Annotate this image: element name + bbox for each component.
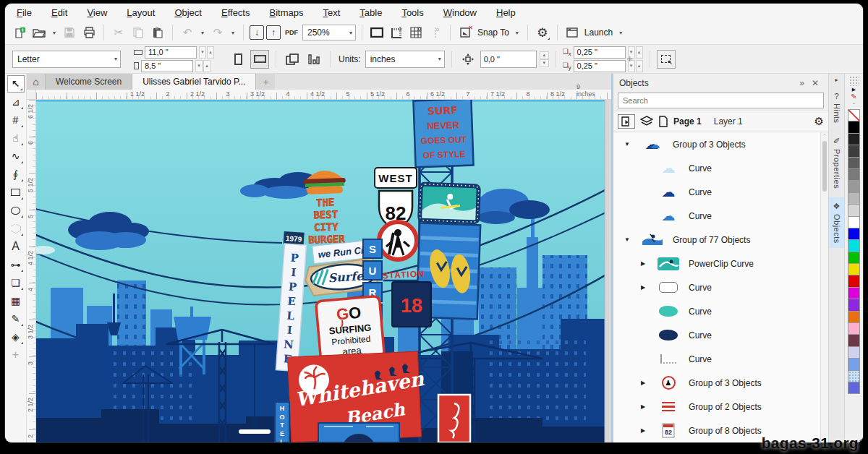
hotel-sign[interactable]: HOTEL xyxy=(275,402,289,442)
palette-swatch[interactable] xyxy=(848,204,860,216)
redo-flyout-caret[interactable]: ▾ xyxy=(229,24,237,41)
no-surfing-sign[interactable] xyxy=(379,222,417,260)
fullscreen-preview-icon[interactable] xyxy=(368,24,386,41)
palette-swatch[interactable] xyxy=(848,168,860,181)
surfer-photo-sign[interactable] xyxy=(417,182,481,225)
launch-label[interactable]: Launch xyxy=(584,27,613,38)
layers-icon[interactable] xyxy=(640,116,653,127)
palette-swatch[interactable] xyxy=(848,145,860,157)
redo-icon[interactable]: ↷ xyxy=(209,24,226,41)
object-row[interactable]: Curve xyxy=(613,299,820,323)
scroll-up-icon[interactable]: ˆ xyxy=(821,132,828,139)
objects-settings-gear-icon[interactable]: ⚙ xyxy=(814,115,824,128)
portrait-button[interactable] xyxy=(229,50,247,69)
text-tool[interactable]: A xyxy=(7,238,25,255)
palette-swatch-pattern[interactable] xyxy=(848,370,860,382)
print-icon[interactable] xyxy=(80,24,98,41)
expander-icon[interactable]: ▶ xyxy=(638,380,648,386)
palette-swatch[interactable] xyxy=(848,311,860,323)
expander-icon[interactable]: ▶ xyxy=(638,260,648,267)
expander-icon[interactable]: ▶ xyxy=(638,403,648,410)
artwork[interactable]: SURF NEVER GOES OUT OF STYLE THE BEST CI… xyxy=(36,100,611,442)
copy-icon[interactable] xyxy=(129,24,147,41)
strip-arrow-icon[interactable]: ▸ xyxy=(835,77,838,83)
palette-flyout-icon[interactable]: ▶ xyxy=(852,87,856,93)
tab-document[interactable]: Ulisses Gabriel Tarvido P... xyxy=(132,74,256,90)
palette-swatch[interactable] xyxy=(848,121,860,133)
expander-icon[interactable]: ▶ xyxy=(638,427,648,434)
nudge-spinner[interactable]: ▴▾ xyxy=(540,51,549,67)
docker-tab-objects[interactable]: ❖ Objects xyxy=(829,197,844,248)
show-guidelines-icon[interactable] xyxy=(427,24,444,41)
palette-swatch[interactable] xyxy=(848,157,860,169)
menu-layout[interactable]: Layout xyxy=(127,7,155,18)
menu-text[interactable]: Text xyxy=(323,7,340,18)
palette-eyedropper-icon[interactable]: ✎ xyxy=(851,93,856,103)
object-row[interactable]: Curve xyxy=(613,323,820,347)
docker-tab-hints[interactable]: ? Hints xyxy=(829,87,844,128)
ruler-corner[interactable] xyxy=(27,90,36,99)
palette-swatch[interactable] xyxy=(848,334,860,346)
docker-close-icon[interactable]: ✕ xyxy=(808,78,822,88)
menu-tools[interactable]: Tools xyxy=(401,7,423,18)
expander-icon[interactable]: ▼ xyxy=(622,141,632,147)
object-row[interactable]: ☁ Curve xyxy=(613,204,820,228)
undo-icon[interactable]: ↶ xyxy=(179,24,196,41)
palette-swatch[interactable] xyxy=(848,287,860,299)
pattern-fill-tool[interactable]: ▦ xyxy=(7,292,25,309)
pick-tool[interactable]: ↖ xyxy=(7,75,25,93)
object-row[interactable]: ▼ ☁☁ Group of 3 Objects xyxy=(613,132,820,156)
object-row[interactable]: ▶ Curve xyxy=(613,275,820,299)
object-row[interactable]: ☁ Curve xyxy=(613,156,820,180)
menu-table[interactable]: Table xyxy=(359,7,382,18)
expander-icon[interactable]: ▶ xyxy=(638,284,648,291)
nudge-input[interactable]: 0,0 " xyxy=(480,51,537,68)
shape-tool[interactable]: ⊿ xyxy=(7,93,25,111)
palette-swatch[interactable] xyxy=(848,275,860,287)
duplicate-y-input[interactable]: 0,25 " xyxy=(574,60,626,72)
menu-help[interactable]: Help xyxy=(496,7,516,18)
duplicate-x-input[interactable]: 0,25 " xyxy=(574,46,626,59)
add-tool-button[interactable]: + xyxy=(7,346,25,364)
layer-label[interactable]: Layer 1 xyxy=(714,116,743,127)
ellipse-tool[interactable] xyxy=(7,202,25,219)
page-width-spinner[interactable]: ▾▴ xyxy=(199,46,214,59)
objects-search-input[interactable] xyxy=(618,93,824,108)
docker-collapse-icon[interactable]: » xyxy=(796,78,808,88)
treat-as-filled-icon[interactable]: ↖ xyxy=(657,50,676,69)
options-gear-icon[interactable]: ⚙ xyxy=(534,24,551,41)
docker-tab-properties[interactable]: ✐ Properties xyxy=(829,132,844,193)
page-height-input[interactable]: 8,5 " xyxy=(141,60,193,72)
page-height-spinner[interactable]: ▾▴ xyxy=(195,60,210,72)
menu-bitmaps[interactable]: Bitmaps xyxy=(269,7,303,18)
units-combo[interactable]: inches▾ xyxy=(365,51,445,68)
snap-to-label[interactable]: Snap To xyxy=(477,27,509,38)
menu-edit[interactable]: Edit xyxy=(51,7,67,18)
palette-swatch[interactable] xyxy=(848,216,860,228)
polygon-tool[interactable] xyxy=(7,220,25,237)
show-objects-icon[interactable] xyxy=(618,114,635,129)
menu-effects[interactable]: Effects xyxy=(221,7,250,18)
menu-file[interactable]: File xyxy=(17,7,32,18)
vertical-ruler[interactable]: 6 1/26 5 1/25 4 1/24 3 1/23 2 1/22 xyxy=(27,100,36,442)
drawing-canvas[interactable]: SURF NEVER GOES OUT OF STYLE THE BEST CI… xyxy=(36,100,611,442)
docker-add-button[interactable]: + xyxy=(626,52,633,64)
tab-welcome-screen[interactable]: Welcome Screen xyxy=(46,74,132,90)
palette-swatch[interactable] xyxy=(848,346,860,359)
seahorse-sign[interactable] xyxy=(438,395,470,442)
menu-window[interactable]: Window xyxy=(443,7,477,18)
object-row[interactable]: ▶ Group of 2 Objects xyxy=(613,395,820,419)
current-page-icon[interactable] xyxy=(305,50,323,69)
pan-tool[interactable]: ☝ xyxy=(7,129,25,147)
palette-swatch[interactable] xyxy=(848,133,860,145)
object-row[interactable]: ▶ ♟ Group of 3 Objects xyxy=(613,371,820,395)
expander-icon[interactable]: ▼ xyxy=(622,236,632,243)
palette-swatch[interactable] xyxy=(848,192,860,205)
paste-icon[interactable] xyxy=(149,24,166,41)
all-pages-icon[interactable] xyxy=(283,50,302,69)
crop-tool[interactable]: # xyxy=(7,111,25,129)
style-sign[interactable]: SURF NEVER GOES OUT OF STYLE xyxy=(413,100,473,167)
pages-icon[interactable] xyxy=(658,116,668,127)
page-size-combo[interactable]: Letter▾ xyxy=(12,51,121,68)
export-icon[interactable]: ↑ xyxy=(266,25,281,40)
